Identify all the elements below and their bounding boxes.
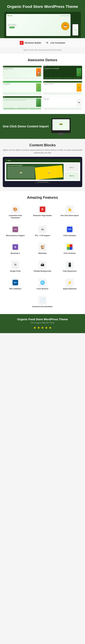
parallax-card-label: Parallax Backgrounds (34, 270, 51, 272)
docs-card-label: Extensive Documentation (32, 306, 53, 308)
one-click-text: One Click Demo Content Import (3, 124, 48, 128)
feature-w3c: W3C W3C Validation (3, 276, 28, 292)
feature-css3: CSS3 CSS3 Animation (57, 223, 82, 239)
elementor-card-icon: E (38, 205, 47, 214)
stars-row: ★ ★ ★ ★ ★ (3, 326, 82, 330)
demo-thumb-6[interactable]: White Theme Clean minimal 🗺 (43, 96, 82, 110)
one-click-section: One Click Demo Content Import 🥗 (0, 114, 85, 139)
color-schemes-card-label: Color Schemes (64, 252, 76, 254)
feature-customizer: 🎨 Customizer Kirki Framework (3, 203, 28, 221)
star-2: ★ (37, 326, 40, 330)
header-mockup: 🌿 ogenix HomeShopBlogContact Choose the … (4, 12, 81, 38)
demo-thumb-5[interactable]: 🌿 (3, 96, 42, 110)
star-5: ★ (49, 326, 52, 330)
feature-parallax: 🏔 Parallax Backgrounds (30, 259, 55, 274)
color-schemes-icon (66, 243, 74, 251)
feature-google-fonts: Tt Google Fonts (3, 259, 28, 274)
laptop-showcase-screen: 🌿 ogenix Farm to people choosing organic… (5, 159, 80, 181)
laptop-nav: HomeShopBlogContact (60, 15, 70, 16)
elementor-label: Elementor Builder (25, 42, 42, 44)
page-title: Organic Food Store WordPress Theme (3, 4, 82, 9)
features-grid: 🎨 Customizer Kirki Framework E Elementor… (3, 203, 82, 310)
star-4: ★ (45, 326, 48, 330)
showcase-logo: 🌿 ogenix (6, 160, 11, 161)
one-click-title: One Click Demo Content Import (3, 124, 48, 128)
elementor-card-label: Elementor Page Builder (33, 214, 52, 217)
footer-tagline: Don't Forget to Rate Our Theme (3, 322, 82, 324)
elementor-icon: E (20, 41, 24, 45)
laptop-fruits-icon: 🥗 (61, 22, 70, 30)
responsive-icon: 📱 (66, 261, 74, 269)
elementor-feature: E Elementor Builder (20, 41, 42, 45)
laptop-hero-text: Choose the healthy food. Organic & Healt… (7, 24, 16, 28)
star-1: ★ (33, 326, 36, 330)
css3-icon: CSS3 (66, 225, 74, 234)
monitor-screen: 🥗 (52, 119, 70, 130)
monitor-frame: 🥗 (51, 118, 71, 133)
one-click-monitor: 🥗 (51, 118, 71, 135)
woo-card-label: Woocommerce Support (6, 234, 24, 237)
phone-mockup: 🌿 (72, 24, 79, 36)
customizer-label: Live Customizer (50, 42, 65, 44)
header-section: Organic Food Store WordPress Theme 🌿 oge… (0, 0, 85, 38)
demo-thumb-3[interactable]: Fresh Vegetables 100% Organic 🥕 (3, 81, 42, 95)
laptop-screen: 🌿 ogenix HomeShopBlogContact Choose the … (6, 14, 70, 36)
demos-section: Awesome Demos Choose the healthy food. O… (0, 54, 85, 114)
eye-icon: 👁 (46, 41, 49, 45)
customizer-card-label: Customizer Kirki Framework (4, 214, 26, 219)
monitor-stand (58, 133, 64, 134)
docs-icon: 📄 (38, 296, 47, 304)
bootstrap-icon: B (11, 243, 20, 251)
customizer-icon: 🎨 (11, 205, 20, 214)
css3-card-label: CSS3 Animation (63, 234, 76, 237)
speed-icon: ⚡ (66, 278, 74, 287)
feature-speed: ⚡ Speed Optimized (57, 276, 82, 292)
feature-docs: 📄 Extensive Documentation (30, 294, 55, 310)
customizer-feature: 👁 Live Customizer (46, 41, 65, 45)
one-click-card-label: One Click Demo Import (60, 214, 79, 217)
star-3: ★ (41, 326, 44, 330)
monitor-base (57, 134, 65, 135)
feature-cross-browser: 🌐 Cross Browser (30, 276, 55, 292)
speed-card-label: Speed Optimized (63, 288, 76, 290)
demo-thumb-2[interactable]: STAY HEALTHY & EAT ORGANIC Fresh farm fo… (43, 66, 82, 80)
one-click-icon: 👆 (66, 205, 74, 214)
feature-elementor: E Elementor Page Builder (30, 203, 55, 221)
demos-grid: Choose the healthy food. Organic & Healt… (3, 66, 82, 110)
demo-thumb-4[interactable]: Choose the healthy food. Farm to table 🌽 (43, 81, 82, 95)
demo-thumb-1[interactable]: Choose the healthy food. Organic & Healt… (3, 66, 42, 80)
google-fonts-card-label: Google Fonts (10, 270, 20, 272)
mailchimp-card-label: Mailchimp (38, 252, 47, 254)
phone-screen: 🌿 (72, 24, 78, 36)
features-bar: E Elementor Builder 👁 Live Customizer (0, 38, 85, 48)
feature-one-click: 👆 One Click Demo Import (57, 203, 82, 221)
bootstrap-card-label: Bootstrap 5 (11, 252, 20, 254)
mailchimp-icon: 🐒 (38, 243, 47, 251)
rtl-icon: Aa (38, 225, 47, 234)
feature-responsive: 📱 Fully Responsive (57, 259, 82, 274)
cross-browser-icon: 🌐 (38, 278, 47, 287)
w3c-icon: W3C (11, 278, 20, 287)
feature-rtl: Aa RTL + LTR Support (30, 223, 55, 239)
footer-section: Organic Food Store WordPress Theme Don't… (0, 314, 85, 333)
features-description: Ogenix comes with extremly powerful them… (0, 48, 85, 54)
cross-browser-card-label: Cross Browser (36, 288, 48, 290)
feature-color-schemes: Color Schemes (57, 241, 82, 256)
content-blocks-desc: Ogenix has the ability to combine variou… (3, 149, 82, 154)
woo-icon: WOO (11, 225, 20, 234)
responsive-card-label: Fully Responsive (63, 270, 76, 272)
feature-bootstrap: B Bootstrap 5 (3, 241, 28, 256)
footer-title: Organic Food Store WordPress Theme (3, 318, 82, 321)
parallax-icon: 🏔 (38, 261, 47, 269)
feature-mailchimp: 🐒 Mailchimp (30, 241, 55, 256)
laptop-showcase: 🌿 ogenix Farm to people choosing organic… (3, 157, 82, 187)
rtl-card-label: RTL + LTR Support (35, 234, 50, 237)
amazing-features-section: Amazing Features 🎨 Customizer Kirki Fram… (0, 191, 85, 314)
content-blocks-title: Content Blocks (3, 143, 82, 147)
google-fonts-icon: Tt (11, 261, 20, 269)
laptop-logo: 🌿 ogenix (7, 15, 12, 16)
content-blocks-section: Content Blocks Ogenix has the ability to… (0, 139, 85, 191)
feature-woocommerce: WOO Woocommerce Support (3, 223, 28, 239)
w3c-card-label: W3C Validation (10, 288, 22, 290)
demos-title: Awesome Demos (3, 58, 82, 62)
